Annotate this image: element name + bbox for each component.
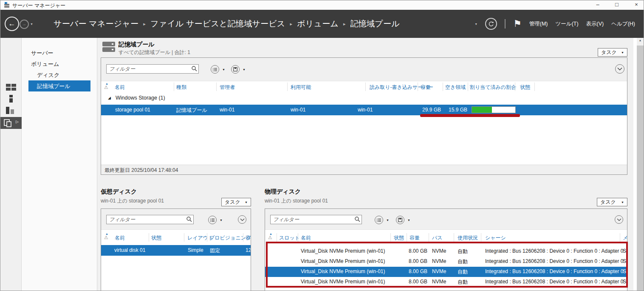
storage-pools-title: 記憶域プール: [119, 41, 155, 48]
menu-help[interactable]: ヘルプ(H): [611, 20, 635, 28]
file-storage-services-icon-selected[interactable]: ▷: [0, 117, 22, 129]
sidebar-item-label: 記憶域プール: [37, 83, 71, 89]
tasks-label: タスク: [600, 199, 616, 206]
group-expanded-icon[interactable]: ◢: [108, 96, 111, 100]
column-header-chassis[interactable]: シャーシ: [485, 234, 506, 242]
all-servers-icon[interactable]: [0, 105, 22, 116]
caret-down-icon[interactable]: ▼: [407, 219, 410, 222]
red-annotation-box: [266, 242, 628, 288]
storage-pools-icon: [102, 42, 115, 53]
section-icon-strip: ▷: [0, 38, 22, 291]
view-options-icon[interactable]: [208, 216, 217, 224]
scroll-up-icon[interactable]: ▲: [637, 39, 644, 42]
warning-column-icon[interactable]: ⚠: [268, 235, 272, 240]
title-bar: サーバー マネージャー – □ ×: [0, 0, 644, 10]
column-header-status[interactable]: 状態: [151, 234, 161, 242]
save-query-icon[interactable]: [396, 216, 404, 224]
view-options-icon[interactable]: [211, 65, 219, 74]
server-manager-app-icon: [4, 2, 10, 10]
physical-disks-tasks-button[interactable]: タスク ▼: [597, 198, 627, 206]
caret-down-icon: ▼: [621, 51, 624, 54]
navigation-bar: ← → ▼ サーバー マネージャー ▸ ファイル サービスと記憶域サービス ▸ …: [0, 10, 644, 38]
caret-down-icon: ▼: [245, 201, 248, 204]
column-header-managed-by[interactable]: 管理者: [220, 84, 235, 91]
caret-down-icon[interactable]: ▼: [220, 219, 223, 222]
menu-view[interactable]: 表示(V): [586, 20, 604, 28]
navbar-divider: [505, 19, 506, 29]
column-header-capacity[interactable]: 容量: [410, 234, 420, 242]
view-options-icon[interactable]: [375, 216, 383, 224]
caret-down-icon[interactable]: ▼: [243, 68, 246, 71]
sidebar-item-servers[interactable]: サーバー: [31, 49, 54, 57]
column-header-capacity[interactable]: 容量: [421, 84, 431, 91]
warning-column-icon[interactable]: ⚠: [104, 235, 108, 240]
virtual-disk-row-selected[interactable]: virtual disk 01 Simple 固定 12: [101, 245, 251, 256]
column-header-free-space[interactable]: 空き領域: [445, 84, 466, 91]
vdisk-name: virtual disk 01: [114, 247, 145, 253]
column-header-provisioning[interactable]: プロビジョニング: [209, 234, 251, 242]
caret-down-icon[interactable]: ▼: [386, 219, 389, 222]
physical-disks-title: 物理ディスク: [265, 188, 301, 196]
notifications-flag-icon[interactable]: ⚑: [513, 20, 522, 28]
menu-manage[interactable]: 管理(M): [529, 20, 548, 28]
column-header-usage[interactable]: 使用状況: [458, 234, 478, 242]
navbar-right-cluster: ▼ ⚑ 管理(M) ツール(T) 表示(V) ヘルプ(H): [475, 10, 635, 38]
column-header-media-type[interactable]: メ: [623, 234, 627, 242]
sidebar-item-storage-pools-selected[interactable]: 記憶域プール: [28, 80, 90, 91]
storage-pools-status-bar: 最終更新日 2025/10/04 17:48:04: [101, 165, 627, 174]
allocated-progress-fill: [472, 107, 492, 113]
column-header-status[interactable]: 状態: [520, 84, 530, 91]
physical-disks-filter-input[interactable]: [270, 215, 362, 224]
sidebar-item-disks[interactable]: ディスク: [37, 71, 59, 80]
column-header-name[interactable]: 名前: [301, 234, 311, 242]
close-button[interactable]: ×: [629, 0, 644, 10]
pool-available-to: win-01: [291, 107, 305, 113]
column-header-capacity[interactable]: 容量: [246, 234, 251, 242]
group-header-windows-storage[interactable]: Windows Storage (1): [116, 95, 165, 101]
breadcrumb-item[interactable]: ファイル サービスと記憶域サービス: [150, 18, 285, 29]
forward-button[interactable]: →: [20, 20, 29, 29]
storage-pools-tasks-button[interactable]: タスク ▼: [598, 48, 627, 57]
column-header-type[interactable]: 種類: [176, 84, 186, 91]
virtual-disks-title: 仮想ディスク: [101, 188, 137, 196]
collapse-panel-chevron-icon[interactable]: [238, 215, 246, 224]
column-header-status[interactable]: 状態: [394, 234, 404, 242]
warning-column-icon[interactable]: ⚠: [104, 85, 108, 90]
column-header-bus[interactable]: バス: [432, 234, 443, 242]
local-server-icon[interactable]: [0, 94, 22, 105]
breadcrumb: サーバー マネージャー ▸ ファイル サービスと記憶域サービス ▸ ボリューム …: [54, 10, 400, 38]
storage-pools-panel: ▼ ▼ ▲ ⚠ 名前 種類 管理者 利用可能 読み取り-書き込みサーバー 容量 …: [101, 57, 627, 175]
column-header-available-to[interactable]: 利用可能: [291, 84, 311, 91]
column-header-name[interactable]: 名前: [115, 234, 125, 242]
column-header-name[interactable]: 名前: [115, 84, 125, 91]
refresh-caret-icon[interactable]: ▼: [475, 23, 477, 26]
virtual-disks-panel: ▼ ▲ ⚠ 名前 状態 レイアウト プロビジョニング 容量 virtual di…: [101, 208, 251, 291]
column-header-percent-allocated[interactable]: 割り当て済みの割合: [470, 84, 516, 91]
column-header-slot[interactable]: スロット: [279, 234, 300, 242]
storage-pool-row-selected[interactable]: storage pool 01 記憶域プール win-01 win-01 win…: [101, 105, 627, 115]
back-button[interactable]: ←: [5, 17, 19, 31]
vertical-scrollbar[interactable]: ▲: [637, 38, 644, 291]
minimize-button[interactable]: –: [590, 0, 605, 10]
collapse-panel-chevron-icon[interactable]: [615, 215, 623, 224]
menu-tools[interactable]: ツール(T): [556, 20, 579, 28]
breadcrumb-item[interactable]: ボリューム: [297, 18, 339, 29]
save-query-icon[interactable]: [231, 65, 240, 74]
caret-down-icon[interactable]: ▼: [222, 68, 225, 71]
tasks-label: タスク: [601, 49, 617, 56]
tasks-label: タスク: [225, 199, 240, 206]
history-caret-icon[interactable]: ▼: [30, 23, 33, 26]
virtual-disks-tasks-button[interactable]: タスク ▼: [221, 198, 251, 206]
breadcrumb-separator-icon: ▸: [290, 21, 292, 27]
back-arrow-icon: ←: [8, 20, 16, 28]
dashboard-icon[interactable]: [0, 82, 22, 93]
storage-pools-filter-input[interactable]: [106, 64, 199, 74]
sidebar-item-volumes[interactable]: ボリューム: [31, 60, 59, 68]
collapse-panel-chevron-icon[interactable]: [615, 64, 624, 74]
scrollbar-thumb[interactable]: [637, 46, 644, 291]
breadcrumb-item[interactable]: サーバー マネージャー: [54, 18, 138, 29]
breadcrumb-item-current[interactable]: 記憶域プール: [350, 18, 400, 29]
refresh-icon[interactable]: [485, 18, 497, 30]
maximize-button[interactable]: □: [610, 0, 624, 10]
virtual-disks-filter-input[interactable]: [106, 215, 194, 224]
